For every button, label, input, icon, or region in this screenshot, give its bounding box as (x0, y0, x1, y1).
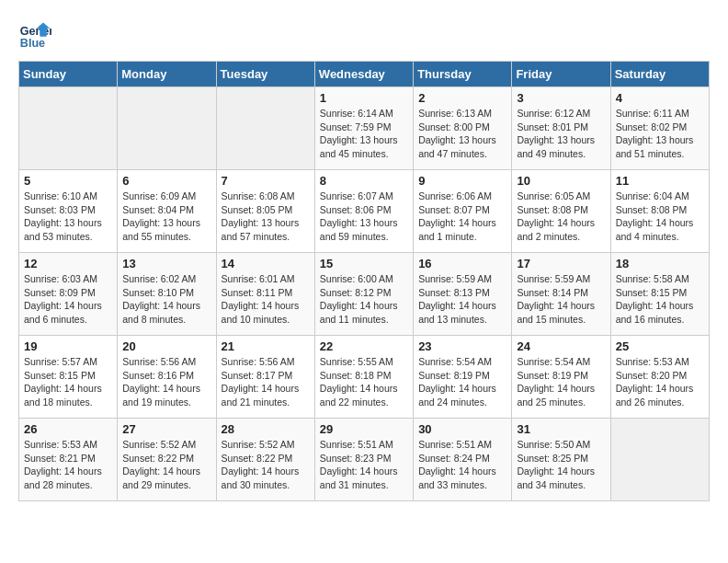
calendar-cell: 4Sunrise: 6:11 AMSunset: 8:02 PMDaylight… (610, 87, 709, 170)
weekday-header-row: SundayMondayTuesdayWednesdayThursdayFrid… (19, 62, 710, 87)
calendar-cell: 28Sunrise: 5:52 AMSunset: 8:22 PMDayligh… (216, 419, 314, 501)
calendar-cell: 5Sunrise: 6:10 AMSunset: 8:03 PMDaylight… (19, 170, 118, 253)
calendar-cell: 15Sunrise: 6:00 AMSunset: 8:12 PMDayligh… (314, 253, 413, 336)
day-number: 30 (418, 422, 506, 436)
day-number: 10 (517, 174, 605, 188)
calendar-cell: 12Sunrise: 6:03 AMSunset: 8:09 PMDayligh… (19, 253, 118, 336)
day-number: 24 (517, 339, 605, 353)
day-info: Sunrise: 5:55 AMSunset: 8:18 PMDaylight:… (320, 355, 408, 409)
day-info: Sunrise: 6:05 AMSunset: 8:08 PMDaylight:… (517, 190, 605, 244)
day-number: 26 (24, 422, 112, 436)
calendar-week-3: 12Sunrise: 6:03 AMSunset: 8:09 PMDayligh… (19, 253, 710, 336)
day-info: Sunrise: 6:01 AMSunset: 8:11 PMDaylight:… (222, 272, 310, 327)
day-info: Sunrise: 6:04 AMSunset: 8:08 PMDaylight:… (616, 190, 704, 244)
calendar-cell: 14Sunrise: 6:01 AMSunset: 8:11 PMDayligh… (216, 253, 314, 336)
day-info: Sunrise: 6:13 AMSunset: 8:00 PMDaylight:… (418, 107, 506, 161)
day-info: Sunrise: 5:51 AMSunset: 8:24 PMDaylight:… (418, 438, 506, 492)
calendar-cell: 8Sunrise: 6:07 AMSunset: 8:06 PMDaylight… (314, 170, 413, 253)
day-info: Sunrise: 5:51 AMSunset: 8:23 PMDaylight:… (320, 438, 408, 492)
weekday-header-tuesday: Tuesday (216, 62, 314, 87)
calendar-cell: 18Sunrise: 5:58 AMSunset: 8:15 PMDayligh… (610, 253, 709, 336)
day-info: Sunrise: 5:59 AMSunset: 8:14 PMDaylight:… (517, 272, 605, 327)
calendar-cell: 25Sunrise: 5:53 AMSunset: 8:20 PMDayligh… (610, 336, 709, 419)
day-info: Sunrise: 5:54 AMSunset: 8:19 PMDaylight:… (418, 355, 506, 409)
calendar-cell: 11Sunrise: 6:04 AMSunset: 8:08 PMDayligh… (610, 170, 709, 253)
day-number: 31 (517, 422, 605, 436)
day-number: 28 (222, 422, 310, 436)
day-info: Sunrise: 6:10 AMSunset: 8:03 PMDaylight:… (24, 190, 112, 244)
calendar-cell: 23Sunrise: 5:54 AMSunset: 8:19 PMDayligh… (414, 336, 512, 419)
day-number: 19 (24, 339, 112, 353)
calendar-cell: 30Sunrise: 5:51 AMSunset: 8:24 PMDayligh… (414, 419, 512, 501)
day-number: 17 (517, 257, 605, 270)
calendar-cell (19, 87, 118, 170)
day-info: Sunrise: 6:14 AMSunset: 7:59 PMDaylight:… (320, 107, 408, 161)
day-number: 18 (616, 257, 704, 270)
day-number: 2 (418, 91, 506, 105)
day-number: 7 (222, 174, 310, 188)
day-number: 3 (517, 91, 605, 105)
weekday-header-wednesday: Wednesday (314, 62, 413, 87)
weekday-header-sunday: Sunday (19, 62, 118, 87)
weekday-header-friday: Friday (512, 62, 610, 87)
weekday-header-thursday: Thursday (414, 62, 512, 87)
calendar-cell: 1Sunrise: 6:14 AMSunset: 7:59 PMDaylight… (314, 87, 413, 170)
calendar-cell: 31Sunrise: 5:50 AMSunset: 8:25 PMDayligh… (512, 419, 610, 501)
day-number: 4 (616, 91, 704, 105)
day-info: Sunrise: 6:02 AMSunset: 8:10 PMDaylight:… (122, 272, 210, 327)
calendar-cell: 27Sunrise: 5:52 AMSunset: 8:22 PMDayligh… (118, 419, 216, 501)
day-info: Sunrise: 6:11 AMSunset: 8:02 PMDaylight:… (616, 107, 704, 161)
calendar-header: SundayMondayTuesdayWednesdayThursdayFrid… (19, 62, 710, 87)
day-info: Sunrise: 5:58 AMSunset: 8:15 PMDaylight:… (616, 272, 704, 327)
day-info: Sunrise: 6:08 AMSunset: 8:05 PMDaylight:… (222, 190, 310, 244)
day-info: Sunrise: 5:56 AMSunset: 8:17 PMDaylight:… (222, 355, 310, 409)
day-info: Sunrise: 5:59 AMSunset: 8:13 PMDaylight:… (418, 272, 506, 327)
day-info: Sunrise: 5:56 AMSunset: 8:16 PMDaylight:… (122, 355, 210, 409)
day-number: 9 (418, 174, 506, 188)
day-number: 5 (24, 174, 112, 188)
day-number: 29 (320, 422, 408, 436)
day-number: 1 (320, 91, 408, 105)
day-number: 15 (320, 257, 408, 270)
day-number: 27 (122, 422, 210, 436)
day-number: 11 (616, 174, 704, 188)
day-info: Sunrise: 5:53 AMSunset: 8:20 PMDaylight:… (616, 355, 704, 409)
day-number: 6 (122, 174, 210, 188)
day-number: 8 (320, 174, 408, 188)
day-info: Sunrise: 5:52 AMSunset: 8:22 PMDaylight:… (222, 438, 310, 492)
calendar-cell: 29Sunrise: 5:51 AMSunset: 8:23 PMDayligh… (314, 419, 413, 501)
day-info: Sunrise: 6:03 AMSunset: 8:09 PMDaylight:… (24, 272, 112, 327)
calendar-cell: 24Sunrise: 5:54 AMSunset: 8:19 PMDayligh… (512, 336, 610, 419)
weekday-header-saturday: Saturday (610, 62, 709, 87)
day-info: Sunrise: 6:07 AMSunset: 8:06 PMDaylight:… (320, 190, 408, 244)
logo: General Blue (18, 18, 51, 52)
day-info: Sunrise: 6:06 AMSunset: 8:07 PMDaylight:… (418, 190, 506, 244)
calendar-cell: 13Sunrise: 6:02 AMSunset: 8:10 PMDayligh… (118, 253, 216, 336)
calendar-cell: 10Sunrise: 6:05 AMSunset: 8:08 PMDayligh… (512, 170, 610, 253)
calendar-cell: 21Sunrise: 5:56 AMSunset: 8:17 PMDayligh… (216, 336, 314, 419)
calendar-week-2: 5Sunrise: 6:10 AMSunset: 8:03 PMDaylight… (19, 170, 710, 253)
day-info: Sunrise: 6:12 AMSunset: 8:01 PMDaylight:… (517, 107, 605, 161)
day-number: 14 (222, 257, 310, 270)
calendar-cell: 9Sunrise: 6:06 AMSunset: 8:07 PMDaylight… (414, 170, 512, 253)
calendar-table: SundayMondayTuesdayWednesdayThursdayFrid… (18, 61, 710, 501)
calendar-cell: 7Sunrise: 6:08 AMSunset: 8:05 PMDaylight… (216, 170, 314, 253)
day-info: Sunrise: 5:54 AMSunset: 8:19 PMDaylight:… (517, 355, 605, 409)
logo-icon: General Blue (18, 18, 51, 52)
page-header: General Blue (18, 18, 710, 52)
day-number: 22 (320, 339, 408, 353)
day-number: 25 (616, 339, 704, 353)
day-info: Sunrise: 5:53 AMSunset: 8:21 PMDaylight:… (24, 438, 112, 492)
weekday-header-monday: Monday (118, 62, 216, 87)
day-number: 16 (418, 257, 506, 270)
calendar-week-5: 26Sunrise: 5:53 AMSunset: 8:21 PMDayligh… (19, 419, 710, 501)
svg-text:Blue: Blue (20, 37, 45, 50)
calendar-cell: 22Sunrise: 5:55 AMSunset: 8:18 PMDayligh… (314, 336, 413, 419)
day-info: Sunrise: 5:57 AMSunset: 8:15 PMDaylight:… (24, 355, 112, 409)
calendar-cell: 16Sunrise: 5:59 AMSunset: 8:13 PMDayligh… (414, 253, 512, 336)
calendar-cell (216, 87, 314, 170)
day-info: Sunrise: 5:50 AMSunset: 8:25 PMDaylight:… (517, 438, 605, 492)
calendar-cell: 3Sunrise: 6:12 AMSunset: 8:01 PMDaylight… (512, 87, 610, 170)
calendar-week-1: 1Sunrise: 6:14 AMSunset: 7:59 PMDaylight… (19, 87, 710, 170)
day-info: Sunrise: 6:00 AMSunset: 8:12 PMDaylight:… (320, 272, 408, 327)
